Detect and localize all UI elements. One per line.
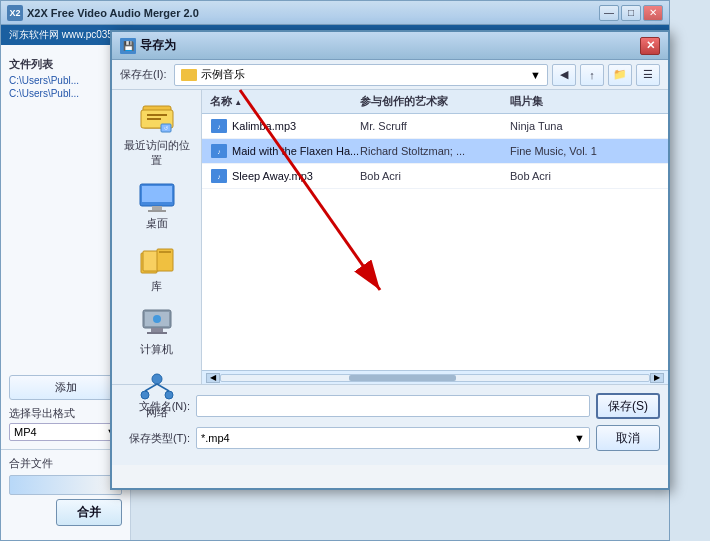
svg-rect-9 — [148, 210, 166, 212]
svg-point-19 — [152, 374, 162, 384]
scroll-track[interactable] — [220, 374, 650, 382]
svg-rect-2 — [147, 114, 167, 116]
dialog-close-button[interactable]: ✕ — [640, 37, 660, 55]
merge-label: 合并文件 — [9, 456, 122, 471]
save-button[interactable]: 保存(S) — [596, 393, 660, 419]
dialog-body: ↺ 最近访问的位置 桌面 — [112, 90, 668, 384]
dialog-toolbar: 保存在(I): 示例音乐 ▼ ◀ ↑ 📁 ☰ — [112, 60, 668, 90]
svg-rect-3 — [147, 118, 161, 120]
recent-label: 最近访问的位置 — [119, 138, 195, 168]
file-row-1[interactable]: ♪ Kalimba.mp3 Mr. Scruff Ninja Tuna — [202, 114, 668, 139]
column-header-name[interactable]: 名称 — [210, 94, 360, 109]
window-controls: — □ ✕ — [599, 5, 663, 21]
svg-rect-17 — [147, 332, 167, 334]
back-nav-button[interactable]: ◀ — [552, 64, 576, 86]
nav-item-computer[interactable]: 计算机 — [117, 302, 197, 361]
file-artist-3: Bob Acri — [360, 170, 510, 182]
nav-item-network[interactable]: 网络 — [117, 365, 197, 424]
column-header-album[interactable]: 唱片集 — [510, 94, 660, 109]
file-icon-1: ♪ — [210, 118, 228, 134]
filename-label: 文件名(N): — [120, 399, 190, 414]
file-artist-2: Richard Stoltzman; ... — [360, 145, 510, 157]
library-icon — [137, 243, 177, 279]
save-in-label: 保存在(I): — [120, 67, 166, 82]
dialog-left-nav: ↺ 最近访问的位置 桌面 — [112, 90, 202, 384]
savetype-label: 保存类型(T): — [120, 431, 190, 446]
file-browser: 名称 参与创作的艺术家 唱片集 ♪ Kalimba.mp3 Mr. Scruff… — [202, 90, 668, 384]
file-row-3[interactable]: ♪ Sleep Away.mp3 Bob Acri Bob Acri — [202, 164, 668, 189]
file-icon-2: ♪ — [210, 143, 228, 159]
folder-icon — [181, 69, 197, 81]
merge-progress-bar — [9, 475, 122, 495]
file-artist-1: Mr. Scruff — [360, 120, 510, 132]
cancel-button[interactable]: 取消 — [596, 425, 660, 451]
nav-item-library[interactable]: 库 — [117, 239, 197, 298]
desktop-icon — [137, 180, 177, 216]
location-dropdown[interactable]: 示例音乐 ▼ — [174, 64, 548, 86]
file-row-2[interactable]: ♪ Maid with the Flaxen Ha... Richard Sto… — [202, 139, 668, 164]
dialog-title-bar: 💾 导存为 ✕ — [112, 32, 668, 60]
app-title: X2X Free Video Audio Merger 2.0 — [27, 7, 599, 19]
close-button[interactable]: ✕ — [643, 5, 663, 21]
scroll-left-btn[interactable]: ◀ — [206, 373, 220, 383]
svg-line-23 — [157, 384, 169, 391]
format-select[interactable]: MP4 ▼ — [9, 423, 122, 441]
file-table-header: 名称 参与创作的艺术家 唱片集 — [202, 90, 668, 114]
file-album-2: Fine Music, Vol. 1 — [510, 145, 660, 157]
up-nav-button[interactable]: ↑ — [580, 64, 604, 86]
file-album-1: Ninja Tuna — [510, 120, 660, 132]
file-name-1: ♪ Kalimba.mp3 — [210, 118, 360, 134]
nav-item-desktop[interactable]: 桌面 — [117, 176, 197, 235]
scroll-right-btn[interactable]: ▶ — [650, 373, 664, 383]
dialog-title: 导存为 — [140, 37, 640, 54]
computer-icon — [137, 306, 177, 342]
nav-item-recent[interactable]: ↺ 最近访问的位置 — [117, 98, 197, 172]
file-browser-spacer — [202, 189, 668, 370]
add-button[interactable]: 添加 — [9, 375, 122, 400]
svg-rect-13 — [159, 251, 171, 253]
file-name-2: ♪ Maid with the Flaxen Ha... — [210, 143, 360, 159]
filename-row: 文件名(N): 保存(S) — [120, 393, 660, 419]
dialog-icon: 💾 — [120, 38, 136, 54]
dialog-footer: 文件名(N): 保存(S) 保存类型(T): *.mp4 ▼ 取消 — [112, 384, 668, 465]
svg-rect-16 — [151, 328, 163, 332]
merge-btn-row: 合并 — [9, 499, 122, 526]
svg-text:↺: ↺ — [164, 125, 168, 131]
svg-line-22 — [145, 384, 157, 391]
app-icon: X2 — [7, 5, 23, 21]
savetype-dropdown[interactable]: *.mp4 ▼ — [196, 427, 590, 449]
title-bar: X2 X2X Free Video Audio Merger 2.0 — □ ✕ — [1, 1, 669, 25]
recent-icon: ↺ — [137, 102, 177, 138]
file-icon-3: ♪ — [210, 168, 228, 184]
library-label: 库 — [151, 279, 162, 294]
desktop-label: 桌面 — [146, 216, 168, 231]
horizontal-scrollbar[interactable]: ◀ ▶ — [202, 370, 668, 384]
save-dialog: 💾 导存为 ✕ 保存在(I): 示例音乐 ▼ ◀ ↑ 📁 ☰ — [110, 30, 670, 490]
file-name-3: ♪ Sleep Away.mp3 — [210, 168, 360, 184]
scroll-thumb — [349, 375, 456, 381]
column-header-artist[interactable]: 参与创作的艺术家 — [360, 94, 510, 109]
filename-input[interactable] — [196, 395, 590, 417]
view-button[interactable]: ☰ — [636, 64, 660, 86]
svg-rect-7 — [142, 186, 172, 202]
new-folder-button[interactable]: 📁 — [608, 64, 632, 86]
savetype-row: 保存类型(T): *.mp4 ▼ 取消 — [120, 425, 660, 451]
location-text: 示例音乐 — [201, 67, 245, 82]
svg-rect-8 — [152, 206, 162, 210]
restore-button[interactable]: □ — [621, 5, 641, 21]
file-album-3: Bob Acri — [510, 170, 660, 182]
minimize-button[interactable]: — — [599, 5, 619, 21]
merge-button[interactable]: 合并 — [56, 499, 122, 526]
computer-label: 计算机 — [140, 342, 173, 357]
format-label: 选择导出格式 — [9, 406, 122, 421]
svg-point-18 — [153, 315, 161, 323]
